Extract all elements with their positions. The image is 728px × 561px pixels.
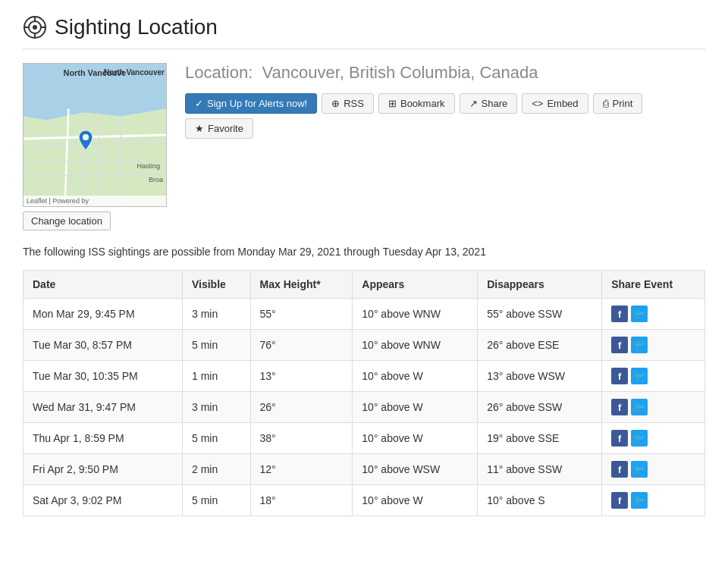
- signup-label: Sign Up for Alerts now!: [207, 98, 307, 109]
- favorite-button[interactable]: ★ Favorite: [185, 118, 253, 139]
- table-row: Mon Mar 29, 9:45 PM 3 min 55° 10° above …: [24, 299, 705, 330]
- col-visible: Visible: [182, 271, 250, 299]
- rss-icon: ⊕: [331, 98, 340, 109]
- cell-maxheight: 26°: [250, 392, 353, 423]
- facebook-share-icon[interactable]: f: [611, 461, 628, 478]
- map-pin: [78, 130, 93, 150]
- bookmark-icon: ⊞: [388, 98, 397, 109]
- col-date: Date: [24, 271, 183, 299]
- cell-disappears: 55° above SSW: [478, 299, 602, 330]
- twitter-share-icon[interactable]: 🐦: [631, 430, 648, 447]
- embed-button[interactable]: <> Embed: [522, 93, 588, 114]
- cell-maxheight: 12°: [250, 454, 353, 485]
- cell-visible: 1 min: [182, 361, 250, 392]
- cell-appears: 10° above W: [353, 392, 478, 423]
- table-row: Thu Apr 1, 8:59 PM 5 min 38° 10° above W…: [24, 423, 705, 454]
- location-info: Location: Vancouver, British Columbia, C…: [185, 63, 705, 230]
- cell-visible: 5 min: [182, 485, 250, 516]
- cell-appears: 10° above W: [353, 423, 478, 454]
- svg-point-2: [33, 25, 37, 30]
- col-share: Share Event: [602, 271, 705, 299]
- page-header: Sighting Location: [23, 15, 705, 49]
- sightings-table: Date Visible Max Height* Appears Disappe…: [23, 270, 705, 516]
- favorite-label: Favorite: [208, 123, 243, 134]
- rss-label: RSS: [344, 98, 364, 109]
- cell-appears: 10° above W: [353, 485, 478, 516]
- map-attribution: Leaflet | Powered by: [24, 196, 166, 206]
- share-label: Share: [482, 98, 508, 109]
- embed-icon: <>: [532, 98, 543, 109]
- location-name: Vancouver, British Columbia, Canada: [262, 63, 538, 82]
- cell-disappears: 13° above WSW: [478, 361, 602, 392]
- map-image[interactable]: North Vancouve Hasting Broa North Vancou…: [23, 63, 167, 207]
- col-disappears: Disappears: [478, 271, 602, 299]
- share-button[interactable]: ↗ Share: [460, 93, 518, 114]
- cell-visible: 5 min: [182, 330, 250, 361]
- favorite-icon: ★: [195, 123, 204, 134]
- cell-share: f 🐦: [602, 423, 705, 454]
- cell-date: Tue Mar 30, 8:57 PM: [24, 330, 183, 361]
- rss-button[interactable]: ⊕ RSS: [322, 93, 374, 114]
- map-container: North Vancouve Hasting Broa North Vancou…: [23, 63, 167, 230]
- cell-maxheight: 55°: [250, 299, 353, 330]
- cell-disappears: 19° above SSE: [478, 423, 602, 454]
- cell-visible: 3 min: [182, 392, 250, 423]
- cell-date: Sat Apr 3, 9:02 PM: [24, 485, 183, 516]
- cell-share: f 🐦: [602, 330, 705, 361]
- bookmark-label: Bookmark: [400, 98, 445, 109]
- facebook-share-icon[interactable]: f: [611, 368, 628, 384]
- cell-appears: 10° above W: [353, 361, 478, 392]
- map-hasting-label: Hasting: [136, 162, 160, 170]
- facebook-share-icon[interactable]: f: [611, 430, 628, 447]
- signup-icon: ✓: [195, 98, 203, 109]
- print-button[interactable]: ⎙ Print: [593, 93, 643, 114]
- cell-maxheight: 13°: [250, 361, 353, 392]
- col-appears: Appears: [353, 271, 478, 299]
- cell-visible: 5 min: [182, 423, 250, 454]
- twitter-share-icon[interactable]: 🐦: [631, 368, 648, 384]
- location-section: North Vancouve Hasting Broa North Vancou…: [23, 63, 705, 230]
- map-broa-label: Broa: [149, 176, 163, 183]
- sighting-intro: The following ISS sightings are possible…: [23, 246, 705, 258]
- cell-disappears: 11° above SSW: [478, 454, 602, 485]
- table-row: Tue Mar 30, 8:57 PM 5 min 76° 10° above …: [24, 330, 705, 361]
- target-icon: [23, 15, 47, 39]
- twitter-share-icon[interactable]: 🐦: [631, 492, 648, 509]
- table-row: Tue Mar 30, 10:35 PM 1 min 13° 10° above…: [24, 361, 705, 392]
- cell-date: Wed Mar 31, 9:47 PM: [24, 392, 183, 423]
- cell-disappears: 26° above ESE: [478, 330, 602, 361]
- facebook-share-icon[interactable]: f: [611, 399, 628, 415]
- cell-date: Fri Apr 2, 9:50 PM: [24, 454, 183, 485]
- svg-point-20: [83, 134, 89, 140]
- location-label: Location:: [185, 63, 253, 82]
- cell-share: f 🐦: [602, 299, 705, 330]
- page-title: Sighting Location: [55, 15, 218, 39]
- table-row: Wed Mar 31, 9:47 PM 3 min 26° 10° above …: [24, 392, 705, 423]
- twitter-share-icon[interactable]: 🐦: [631, 306, 648, 322]
- print-icon: ⎙: [603, 98, 609, 109]
- embed-label: Embed: [547, 98, 578, 109]
- bookmark-button[interactable]: ⊞ Bookmark: [378, 93, 455, 114]
- change-location-button[interactable]: Change location: [23, 212, 111, 230]
- facebook-share-icon[interactable]: f: [611, 306, 628, 322]
- twitter-share-icon[interactable]: 🐦: [631, 461, 648, 478]
- signup-button[interactable]: ✓ Sign Up for Alerts now!: [185, 93, 317, 114]
- share-icon: ↗: [469, 98, 478, 109]
- cell-visible: 2 min: [182, 454, 250, 485]
- cell-maxheight: 38°: [250, 423, 353, 454]
- cell-appears: 10° above WNW: [353, 330, 478, 361]
- cell-share: f 🐦: [602, 361, 705, 392]
- twitter-share-icon[interactable]: 🐦: [631, 337, 648, 353]
- map-north-van-label: North Vancouver: [104, 68, 165, 77]
- twitter-share-icon[interactable]: 🐦: [631, 399, 648, 415]
- cell-visible: 3 min: [182, 299, 250, 330]
- table-header-row: Date Visible Max Height* Appears Disappe…: [24, 271, 705, 299]
- cell-share: f 🐦: [602, 392, 705, 423]
- facebook-share-icon[interactable]: f: [611, 492, 628, 509]
- cell-disappears: 26° above SSW: [478, 392, 602, 423]
- location-title: Location: Vancouver, British Columbia, C…: [185, 63, 705, 83]
- cell-date: Tue Mar 30, 10:35 PM: [24, 361, 183, 392]
- cell-appears: 10° above WNW: [353, 299, 478, 330]
- facebook-share-icon[interactable]: f: [611, 337, 628, 353]
- cell-maxheight: 76°: [250, 330, 353, 361]
